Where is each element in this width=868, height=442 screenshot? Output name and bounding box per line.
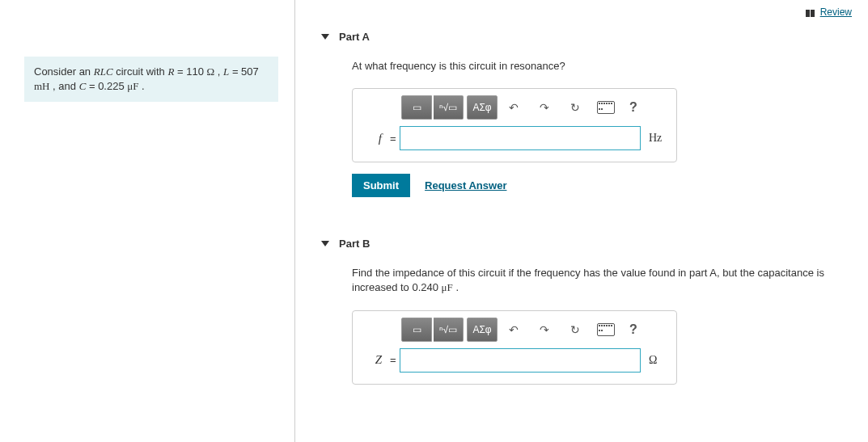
keyboard-icon xyxy=(597,101,615,114)
problem-statement: Consider an RLC circuit with R = 110 Ω ,… xyxy=(24,57,278,102)
review-label: Review xyxy=(820,6,852,18)
keyboard-icon xyxy=(597,323,615,336)
greek-button[interactable]: ΑΣφ xyxy=(467,95,498,120)
part-a-request-answer-link[interactable]: Request Answer xyxy=(425,179,506,192)
part-b-answer-box: ▭ ⁿ√▭ ΑΣφ ↶ ↷ ↻ ? Z = Ω xyxy=(352,310,677,385)
part-a-submit-button[interactable]: Submit xyxy=(352,174,410,197)
part-b-header[interactable]: Part B xyxy=(321,238,852,250)
part-a-toolbar: ▭ ⁿ√▭ ΑΣφ ↶ ↷ ↻ ? xyxy=(353,89,676,123)
flag-icon xyxy=(806,8,817,16)
part-b-input[interactable] xyxy=(400,348,641,373)
redo-button[interactable]: ↷ xyxy=(530,318,559,341)
part-b-unit: Ω xyxy=(649,354,668,367)
collapse-icon xyxy=(321,34,329,40)
part-a-input[interactable] xyxy=(400,126,641,150)
part-b-title: Part B xyxy=(339,238,370,250)
problem-panel: Consider an RLC circuit with R = 110 Ω ,… xyxy=(0,0,295,442)
greek-button[interactable]: ΑΣφ xyxy=(467,318,498,342)
templates-button[interactable]: ▭ xyxy=(401,318,432,342)
reset-button[interactable]: ↻ xyxy=(561,96,590,119)
part-a-unit: Hz xyxy=(649,132,668,145)
part-a-header[interactable]: Part A xyxy=(321,31,852,43)
redo-button[interactable]: ↷ xyxy=(530,96,559,119)
root-button[interactable]: ⁿ√▭ xyxy=(434,95,464,120)
reset-button[interactable]: ↻ xyxy=(561,318,590,341)
answer-panel: Review Part A At what frequency is this … xyxy=(295,0,868,442)
part-a-title: Part A xyxy=(339,31,370,43)
part-a-prompt: At what frequency is this circuit in res… xyxy=(352,59,852,74)
keyboard-button[interactable] xyxy=(591,96,620,119)
part-b-variable: Z xyxy=(361,353,382,367)
undo-button[interactable]: ↶ xyxy=(499,96,528,119)
toolbar-help-button[interactable]: ? xyxy=(622,318,645,341)
part-b-toolbar: ▭ ⁿ√▭ ΑΣφ ↶ ↷ ↻ ? xyxy=(353,311,676,345)
part-b-prompt: Find the impedance of this circuit if th… xyxy=(352,266,852,295)
undo-button[interactable]: ↶ xyxy=(499,318,528,341)
root-button[interactable]: ⁿ√▭ xyxy=(434,318,464,342)
part-a-answer-box: ▭ ⁿ√▭ ΑΣφ ↶ ↷ ↻ ? f = Hz xyxy=(352,88,677,162)
review-link[interactable]: Review xyxy=(806,6,852,18)
toolbar-help-button[interactable]: ? xyxy=(622,96,645,119)
collapse-icon xyxy=(321,241,329,246)
templates-button[interactable]: ▭ xyxy=(401,95,432,120)
keyboard-button[interactable] xyxy=(591,318,620,341)
part-a-variable: f xyxy=(361,132,382,145)
